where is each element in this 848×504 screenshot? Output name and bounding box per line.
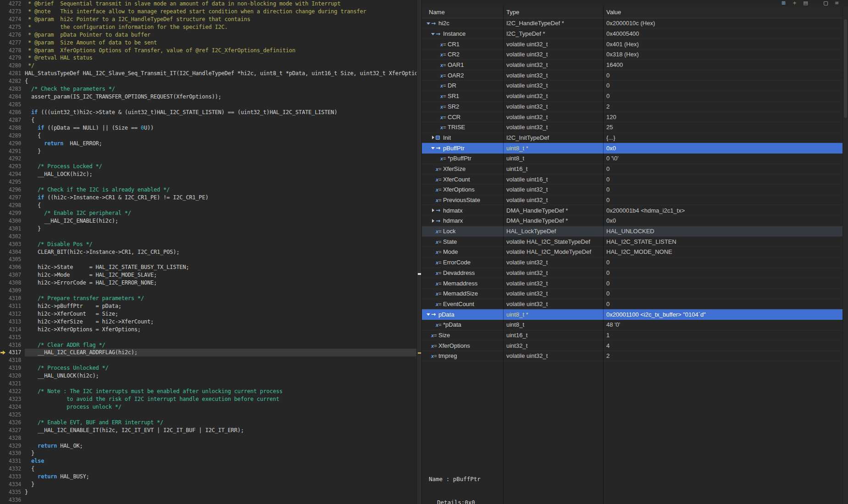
line-number[interactable]: 4305	[6, 256, 21, 263]
scrollbar-thumb[interactable]	[844, 19, 847, 118]
code-line[interactable]: 4305	[0, 256, 416, 263]
variable-row-pbuffptr[interactable]: →pBuffPtruint8_t *0x0	[422, 143, 842, 153]
variable-row-errorcode[interactable]: x=ErrorCodevolatile uint32_t0	[422, 257, 842, 268]
variable-row-pdata[interactable]: →pDatauint8_t *0x20001100 <i2c_tx_buffer…	[422, 309, 842, 320]
code-line[interactable]: 4320 __HAL_UNLOCK(hi2c);	[0, 372, 416, 380]
code-line[interactable]: 4298 {	[0, 202, 416, 209]
line-number[interactable]: 4281	[6, 70, 21, 77]
column-header-name[interactable]: Name	[429, 9, 445, 16]
line-number[interactable]: 4301	[6, 225, 21, 233]
code-line[interactable]: 4308 hi2c->ErrorCode = HAL_I2C_ERROR_NON…	[0, 279, 416, 287]
code-line[interactable]: 4323 to avoid the risk of I2C interrupt …	[0, 395, 416, 403]
line-number[interactable]: 4307	[6, 271, 21, 279]
code-line[interactable]: 4304 CLEAR_BIT(hi2c->Instance->CR1, I2C_…	[0, 248, 416, 256]
variable-row-previousstate[interactable]: x=PreviousStatevolatile uint32_t0	[422, 195, 842, 206]
line-number[interactable]: 4299	[6, 209, 21, 217]
line-number[interactable]: 4282	[6, 77, 21, 85]
code-line[interactable]: 4291 }	[0, 148, 416, 155]
variable-row-tmpreg[interactable]: x=tmpregvolatile uint32_t2	[422, 351, 842, 362]
line-number[interactable]: 4328	[6, 434, 21, 442]
expand-arrow-icon[interactable]	[430, 135, 436, 140]
variable-row-ccr[interactable]: x=CCRvolatile uint32_t120	[422, 112, 842, 122]
line-number[interactable]: 4333	[6, 473, 21, 481]
variable-row-xfercount[interactable]: x=XferCountvolatile uint16_t0	[422, 174, 842, 185]
code-line[interactable]: 4279 * @retval HAL status	[0, 54, 416, 62]
code-line[interactable]: 4328	[0, 434, 416, 442]
expand-arrow-icon[interactable]	[430, 218, 436, 224]
line-number[interactable]: 4287	[6, 116, 21, 124]
line-number[interactable]: 4296	[6, 186, 21, 194]
line-number[interactable]: 4302	[6, 233, 21, 241]
line-number[interactable]: 4332	[6, 465, 21, 473]
variable-row-eventcount[interactable]: x=EventCountvolatile uint32_t0	[422, 299, 842, 310]
code-line[interactable]: 4288 if ((pData == NULL) || (Size == 0U)…	[0, 124, 416, 132]
line-number[interactable]: 4321	[6, 380, 21, 388]
code-line[interactable]: 4336	[0, 496, 416, 504]
line-number[interactable]: 4318	[6, 356, 21, 364]
variable-row-pdata[interactable]: x=*pDatauint8_t48 '0'	[422, 320, 842, 330]
code-line[interactable]: 4285	[0, 101, 416, 109]
code-line[interactable]: 4314 hi2c->XferOptions = XferOptions;	[0, 326, 416, 334]
line-number[interactable]: 4306	[6, 263, 21, 271]
code-line[interactable]: 4311 hi2c->pBuffPtr = pData;	[0, 302, 416, 310]
collapse-arrow-icon[interactable]	[426, 21, 431, 26]
variable-row-instance[interactable]: →InstanceI2C_TypeDef *0x40005400	[422, 29, 842, 39]
code-line[interactable]: 4300 __HAL_I2C_ENABLE(hi2c);	[0, 217, 416, 225]
code-line[interactable]: 4306 hi2c->State = HAL_I2C_STATE_BUSY_TX…	[0, 263, 416, 271]
menu-icon[interactable]: ≡	[833, 0, 841, 6]
variable-row-lock[interactable]: x=LockHAL_LockTypeDefHAL_UNLOCKED	[422, 226, 842, 237]
expand-arrow-icon[interactable]	[430, 208, 436, 213]
variable-row-sr1[interactable]: x=SR1volatile uint32_t0	[422, 91, 842, 102]
code-line[interactable]: 4325	[0, 411, 416, 419]
code-line[interactable]: 4313 hi2c->XferSize = hi2c->XferCount;	[0, 318, 416, 326]
line-number[interactable]: 4300	[6, 217, 21, 225]
line-number[interactable]: 4291	[6, 148, 21, 155]
code-line[interactable]: 4278 * @param XferOptions Options of Tra…	[0, 47, 416, 55]
line-number[interactable]: 4278	[6, 47, 21, 55]
variable-row-devaddress[interactable]: x=Devaddressvolatile uint32_t0	[422, 268, 842, 279]
code-line[interactable]: 4290 return HAL_ERROR;	[0, 140, 416, 148]
code-line[interactable]: 4332 {	[0, 465, 416, 473]
variable-row-xfersize[interactable]: x=XferSizeuint16_t0	[422, 164, 842, 175]
code-line[interactable]: 4321	[0, 380, 416, 388]
column-header-value[interactable]: Value	[606, 9, 621, 16]
code-line[interactable]: 4282{	[0, 77, 416, 85]
line-number[interactable]: 4298	[6, 202, 21, 209]
code-line[interactable]: 4283 /* Check the parameters */	[0, 85, 416, 93]
code-line[interactable]: 4294 __HAL_LOCK(hi2c);	[0, 170, 416, 178]
rows-icon[interactable]: ▤	[802, 0, 809, 6]
line-number[interactable]: 4312	[6, 310, 21, 318]
code-line[interactable]: 4326 /* Enable EVT, BUF and ERR interrup…	[0, 419, 416, 427]
code-line[interactable]: 4277 * @param Size Amount of data to be …	[0, 39, 416, 47]
add-expression-icon[interactable]: +	[791, 0, 798, 6]
variable-row-trise[interactable]: x=TRISEvolatile uint32_t25	[422, 122, 842, 133]
line-number[interactable]: 4309	[6, 287, 21, 295]
code-line[interactable]: 4316 /* Clear ADDR flag */	[0, 341, 416, 349]
code-line[interactable]: 4319 /* Process Unlocked */	[0, 364, 416, 372]
code-line[interactable]: 4324 process unlock */	[0, 403, 416, 411]
variable-row-xferoptions[interactable]: x=XferOptionsvolatile uint32_t0	[422, 185, 842, 195]
code-line[interactable]: 4329 return HAL_OK;	[0, 442, 416, 450]
variable-row-oar2[interactable]: x=OAR2volatile uint32_t0	[422, 70, 842, 81]
code-line[interactable]: 4322 /* Note : The I2C interrupts must b…	[0, 388, 416, 395]
code-line[interactable]: 4330 }	[0, 449, 416, 457]
line-number[interactable]: 4308	[6, 279, 21, 287]
line-number[interactable]: 4275	[6, 23, 21, 31]
line-number[interactable]: 4280	[6, 62, 21, 70]
variable-row-init[interactable]: InitI2C_InitTypeDef{...}	[422, 133, 842, 143]
table-view-icon[interactable]: ⊞	[780, 0, 787, 6]
line-number[interactable]: 4320	[6, 372, 21, 380]
line-number[interactable]: 4327	[6, 427, 21, 434]
editor-scrollbar[interactable]	[416, 0, 422, 504]
code-line[interactable]: 4331 else	[0, 457, 416, 465]
code-line[interactable]: 4310 /* Prepare transfer parameters */	[0, 295, 416, 302]
code-line[interactable]: 4335}	[0, 488, 416, 496]
line-number[interactable]: 4316	[6, 341, 21, 349]
line-number[interactable]: 4283	[6, 85, 21, 93]
line-number[interactable]: 4311	[6, 302, 21, 310]
code-line[interactable]: 4302	[0, 233, 416, 241]
line-number[interactable]: 4303	[6, 241, 21, 248]
code-line[interactable]: 4276 * @param pData Pointer to data buff…	[0, 31, 416, 39]
variable-row-mode[interactable]: x=Modevolatile HAL_I2C_ModeTypeDefHAL_I2…	[422, 247, 842, 257]
line-number[interactable]: 4276	[6, 31, 21, 39]
